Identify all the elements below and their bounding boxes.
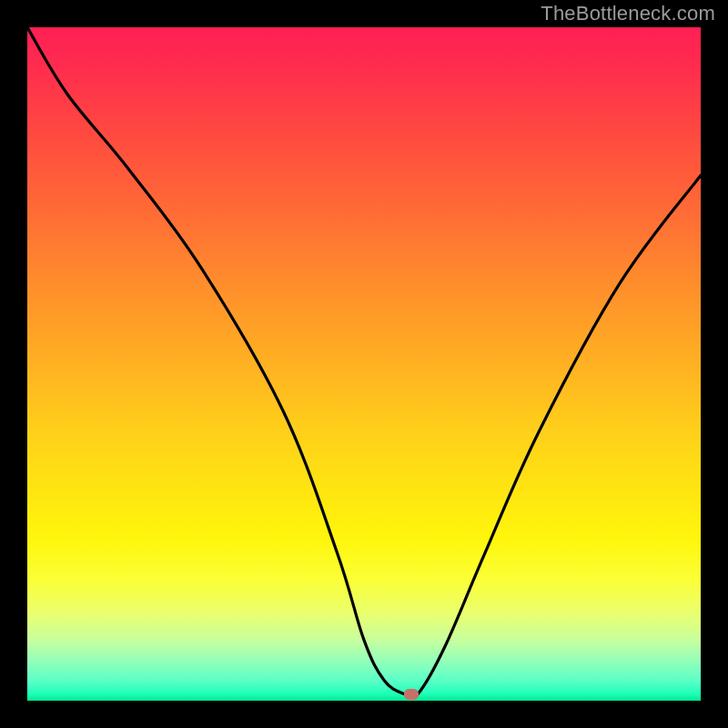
watermark-text: TheBottleneck.com — [541, 2, 715, 25]
chart-frame: TheBottleneck.com — [0, 0, 728, 728]
bottleneck-curve — [27, 27, 701, 701]
optimal-marker — [404, 689, 419, 700]
plot-area — [27, 27, 701, 701]
